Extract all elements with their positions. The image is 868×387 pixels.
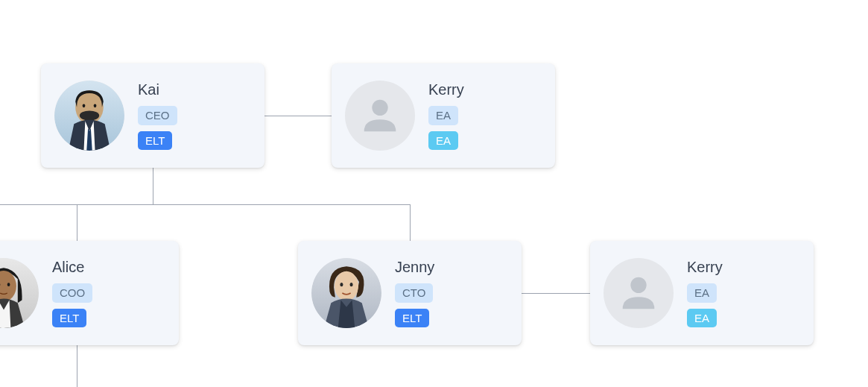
- team-badge: ELT: [138, 131, 172, 151]
- connector-line: [410, 204, 411, 241]
- svg-point-15: [335, 271, 358, 301]
- avatar: [54, 81, 124, 151]
- person-info: Jenny CTO ELT: [395, 259, 434, 327]
- badge-group: EA EA: [428, 106, 464, 150]
- person-info: Kai CEO ELT: [138, 81, 177, 150]
- team-badge: EA: [428, 131, 458, 151]
- badge-group: CEO ELT: [138, 106, 177, 150]
- person-name: Kerry: [687, 259, 723, 276]
- svg-point-18: [630, 277, 646, 293]
- person-card-kai[interactable]: Kai CEO ELT: [41, 63, 264, 168]
- svg-point-16: [340, 283, 343, 286]
- role-badge: EA: [428, 106, 458, 125]
- person-card-jenny[interactable]: Jenny CTO ELT: [298, 241, 522, 345]
- connector-line: [77, 204, 77, 241]
- person-name: Jenny: [395, 259, 434, 276]
- avatar: [0, 258, 39, 328]
- person-name: Alice: [52, 259, 92, 276]
- svg-point-6: [372, 100, 387, 116]
- person-card-kerry[interactable]: Kerry EA EA: [590, 241, 814, 345]
- person-info: Kerry EA EA: [428, 81, 464, 150]
- svg-point-3: [80, 110, 99, 120]
- connector-line: [0, 204, 410, 205]
- connector-line: [264, 116, 332, 116]
- person-card-alice[interactable]: Alice COO ELT: [0, 241, 179, 345]
- person-name: Kerry: [428, 81, 464, 98]
- svg-point-11: [7, 283, 10, 286]
- person-card-kerry[interactable]: Kerry EA EA: [332, 63, 555, 168]
- connector-line: [522, 293, 590, 294]
- connector-line: [77, 345, 77, 387]
- org-chart-canvas: Kai CEO ELT Kerry EA EA: [0, 0, 868, 387]
- role-badge: CEO: [138, 106, 177, 125]
- avatar: [311, 258, 381, 328]
- svg-point-17: [350, 283, 353, 286]
- person-name: Kai: [138, 81, 177, 98]
- team-badge: ELT: [395, 309, 429, 328]
- role-badge: COO: [52, 283, 92, 303]
- svg-point-4: [83, 104, 86, 107]
- badge-group: EA EA: [687, 283, 723, 327]
- person-info: Alice COO ELT: [52, 259, 92, 327]
- avatar-placeholder: [604, 258, 674, 328]
- connector-line: [153, 168, 153, 204]
- person-info: Kerry EA EA: [687, 259, 723, 327]
- team-badge: EA: [687, 309, 717, 328]
- avatar-placeholder: [345, 81, 415, 151]
- role-badge: CTO: [395, 283, 433, 303]
- badge-group: COO ELT: [52, 283, 92, 327]
- role-badge: EA: [687, 283, 717, 303]
- svg-point-5: [94, 104, 97, 107]
- badge-group: CTO ELT: [395, 283, 434, 327]
- team-badge: ELT: [52, 309, 86, 328]
